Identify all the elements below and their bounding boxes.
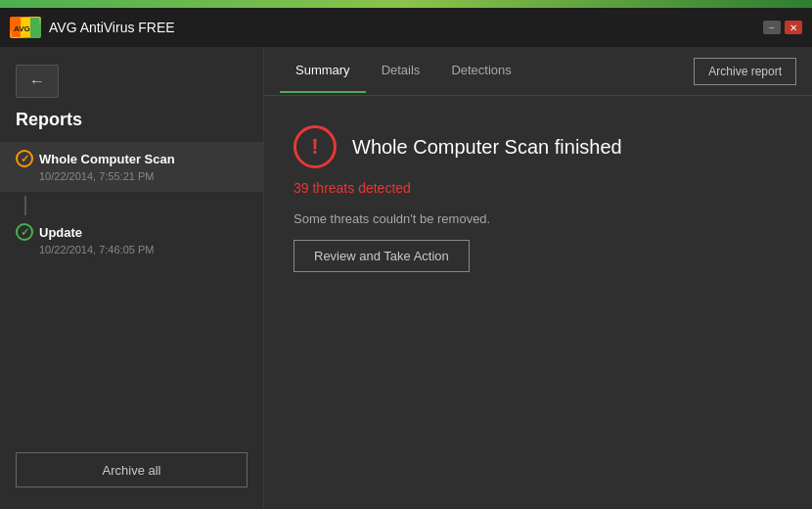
threats-count: 39 threats detected	[293, 180, 783, 196]
cant-remove-text: Some threats couldn't be removed.	[293, 211, 783, 226]
sidebar-title: Reports	[0, 106, 263, 142]
tab-details[interactable]: Details	[366, 49, 436, 93]
report-date-scan: 10/22/2014, 7:55:21 PM	[16, 169, 248, 184]
svg-rect-2	[30, 18, 39, 37]
svg-text:AVG: AVG	[14, 24, 30, 33]
sidebar: ← Reports ✓ Whole Computer Scan 10/22/20…	[0, 47, 264, 509]
app-title-area: AVG AVG AntiVirus FREE	[10, 17, 175, 38]
scan-result-header: ! Whole Computer Scan finished	[293, 125, 783, 168]
report-name-scan: Whole Computer Scan	[39, 152, 175, 166]
close-button[interactable]: ✕	[785, 21, 802, 34]
report-date-update: 10/22/2014, 7:46:05 PM	[16, 243, 248, 257]
report-name-update: Update	[39, 225, 82, 240]
window-bar: AVG AVG AntiVirus FREE − ✕	[0, 8, 812, 47]
archive-report-button[interactable]: Archive report	[694, 58, 796, 85]
status-icon-ok: ✓	[16, 223, 33, 241]
sidebar-bottom: Archive all	[0, 440, 263, 499]
archive-all-button[interactable]: Archive all	[16, 452, 248, 487]
tab-summary[interactable]: Summary	[280, 49, 366, 93]
review-and-take-action-button[interactable]: Review and Take Action	[293, 240, 470, 272]
minimize-button[interactable]: −	[763, 21, 781, 34]
tab-detections[interactable]: Detections	[435, 49, 526, 93]
report-divider	[24, 196, 26, 215]
title-bar-gradient	[0, 0, 812, 8]
warning-circle-icon: !	[293, 125, 337, 168]
avg-logo: AVG	[10, 17, 41, 38]
main-content: ← Reports ✓ Whole Computer Scan 10/22/20…	[0, 47, 812, 509]
report-item-whole-computer-scan[interactable]: ✓ Whole Computer Scan 10/22/2014, 7:55:2…	[0, 142, 263, 192]
scan-title: Whole Computer Scan finished	[352, 136, 622, 159]
window-controls: − ✕	[763, 21, 802, 34]
tabs-group: Summary Details Detections	[280, 49, 694, 93]
panel-body: ! Whole Computer Scan finished 39 threat…	[264, 96, 812, 509]
status-icon-warning: ✓	[16, 150, 33, 167]
report-item-update[interactable]: ✓ Update 10/22/2014, 7:46:05 PM	[0, 215, 263, 265]
tabs-bar: Summary Details Detections Archive repor…	[264, 47, 812, 96]
right-panel: Summary Details Detections Archive repor…	[264, 47, 812, 509]
back-button[interactable]: ←	[16, 65, 59, 98]
app-name: AVG AntiVirus FREE	[49, 20, 175, 35]
